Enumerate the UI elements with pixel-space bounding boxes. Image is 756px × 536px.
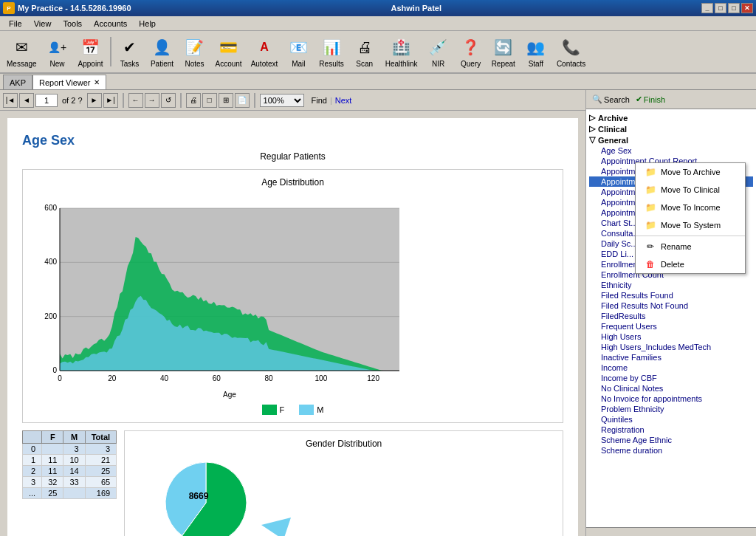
rename-icon: ✏ (645, 241, 656, 252)
tree-root-general[interactable]: ▽ General (589, 134, 753, 145)
legend-female: F (262, 405, 285, 415)
next-button[interactable]: Next (335, 96, 352, 105)
page-total: of 2 ? (62, 96, 83, 105)
staff-icon: 👥 (524, 35, 548, 59)
toolbar-contacts[interactable]: 📞 Contacts (553, 33, 589, 70)
tree-item-no-clinical-notes[interactable]: No Clinical Notes (589, 383, 753, 394)
tree-item-filed-results[interactable]: FiledResults (589, 311, 753, 321)
toolbar-query[interactable]: ❓ Query (456, 33, 487, 70)
toolbar-appoint[interactable]: 📅 Appoint (75, 33, 107, 70)
message-label: Message (7, 60, 37, 68)
tree-item-high-users[interactable]: High Users (589, 331, 753, 342)
tree-item-quintiles[interactable]: Quintiles (589, 414, 753, 425)
nav-forward[interactable]: → (145, 93, 159, 108)
toolbar-patient[interactable]: 👤 Patient (147, 33, 178, 70)
zoom-select[interactable]: 100% 75% 50% 125% (260, 94, 304, 107)
menu-accounts[interactable]: Accounts (88, 18, 133, 30)
horizontal-scrollbar[interactable] (586, 527, 756, 536)
tab-report-viewer[interactable]: Report Viewer ✕ (32, 75, 106, 89)
toolbar-tasks[interactable]: ✔ Tasks (114, 33, 145, 70)
toolbar-nir[interactable]: 💉 NIR (423, 33, 454, 70)
view-toggle[interactable]: □ (202, 93, 217, 108)
tree-item-no-invoice[interactable]: No Invoice for appointments (589, 394, 753, 404)
toolbar-staff[interactable]: 👥 Staff (520, 33, 551, 70)
tab-akp-label: AKP (10, 78, 26, 87)
ctx-move-income[interactable]: 📁 Move To Income (636, 199, 745, 216)
nav-next[interactable]: ► (87, 93, 102, 108)
ctx-move-archive-label: Move To Archive (661, 168, 721, 176)
table-row: 0 3 3 (23, 444, 117, 455)
tree-item-filed-results-found[interactable]: Filed Results Found (589, 290, 753, 300)
appoint-label: Appoint (78, 60, 103, 68)
chart-legend: F M (30, 405, 555, 415)
toolbar-notes[interactable]: 📝 Notes (179, 33, 210, 70)
tree-item-inactive-families[interactable]: Inactive Families (589, 352, 753, 363)
toolbar-new[interactable]: 👤+ New (42, 33, 73, 70)
maximize-button[interactable]: □ (728, 3, 740, 13)
tab-close-icon[interactable]: ✕ (94, 78, 100, 86)
fit-btn[interactable]: ⊞ (219, 93, 233, 108)
ctx-move-clinical[interactable]: 📁 Move To Clinical (636, 181, 745, 199)
m-1: 10 (63, 455, 85, 466)
menu-view[interactable]: View (28, 18, 58, 30)
print-btn[interactable]: 🖨 (186, 93, 201, 108)
toolbar-repeat[interactable]: 🔄 Repeat (488, 33, 519, 70)
clinical-expander: ▷ (589, 124, 598, 134)
toolbar-account[interactable]: 💳 Account (212, 33, 246, 70)
toolbar-message[interactable]: ✉ Message (3, 33, 41, 70)
report-content[interactable]: Age Sex Regular Patients Age Distributio… (0, 111, 585, 536)
restore-button[interactable]: □ (715, 3, 726, 13)
page-input[interactable] (35, 94, 58, 107)
tree-root-archive[interactable]: ▷ Archive (589, 112, 753, 123)
minimize-button[interactable]: _ (701, 3, 713, 13)
tree-item-scheme-age-ethnic[interactable]: Scheme Age Ethnic (589, 435, 753, 445)
tree-item-age-sex[interactable]: Age Sex (589, 145, 753, 156)
ctx-move-system[interactable]: 📁 Move To System (636, 216, 745, 234)
message-icon: ✉ (10, 35, 33, 59)
nav-prev[interactable]: ◄ (19, 93, 34, 108)
legend-female-color (262, 405, 277, 415)
ctx-move-clinical-label: Move To Clinical (661, 185, 720, 194)
search-button[interactable]: 🔍 Search (592, 95, 630, 104)
tree-item-income-cbf[interactable]: Income by CBF (589, 373, 753, 383)
tree-item-problem-ethnicity[interactable]: Problem Ethnicity (589, 404, 753, 414)
nav-last[interactable]: ►| (103, 93, 118, 108)
tree-item-ethnicity[interactable]: Ethnicity (589, 280, 753, 290)
age-chart-container: Age Distribution F M (22, 169, 563, 423)
ctx-rename[interactable]: ✏ Rename (636, 238, 745, 255)
page-btn[interactable]: 📄 (235, 93, 250, 108)
tree-item-filed-results-not-found[interactable]: Filed Results Not Found (589, 300, 753, 311)
refresh-btn[interactable]: ↺ (161, 93, 176, 108)
ctx-move-archive[interactable]: 📁 Move To Archive (636, 163, 745, 181)
menu-help[interactable]: Help (133, 18, 162, 30)
tree-item-high-users-medtech[interactable]: High Users_Includes MedTech (589, 342, 753, 352)
tree-root-clinical[interactable]: ▷ Clinical (589, 123, 753, 134)
ctx-delete[interactable]: 🗑 Delete (636, 255, 745, 273)
toolbar-autotext[interactable]: A Autotext (247, 33, 282, 70)
finish-button[interactable]: ✔ Finish (636, 95, 665, 104)
legend-male-color (299, 405, 314, 415)
age-2: 2 (23, 466, 42, 477)
tree-item-registration[interactable]: Registration (589, 425, 753, 435)
menu-tools[interactable]: Tools (57, 18, 88, 30)
toolbar-mail[interactable]: 📧 Mail (283, 33, 314, 70)
mail-label: Mail (292, 60, 305, 68)
m-2: 14 (63, 466, 85, 477)
nav-back[interactable]: ← (128, 93, 143, 108)
tab-akp[interactable]: AKP (3, 75, 32, 89)
tree-item-frequent-users[interactable]: Frequent Users (589, 321, 753, 331)
general-label: General (598, 136, 628, 145)
menu-file[interactable]: File (3, 18, 28, 30)
toolbar-results[interactable]: 📊 Results (315, 33, 347, 70)
find-sep: | (330, 96, 332, 105)
healthlink-label: Healthlink (385, 60, 418, 68)
report-title: Age Sex (22, 133, 563, 148)
tree-item-scheme-duration[interactable]: Scheme duration (589, 445, 753, 456)
toolbar-scan[interactable]: 🖨 Scan (349, 33, 380, 70)
toolbar-healthlink[interactable]: 🏥 Healthlink (382, 33, 422, 70)
main-area: |◄ ◄ of 2 ? ► ►| ← → ↺ 🖨 □ ⊞ 📄 100% 75% … (0, 90, 756, 536)
close-button[interactable]: ✕ (741, 3, 753, 13)
tree-item-income[interactable]: Income (589, 363, 753, 373)
nav-first[interactable]: |◄ (3, 93, 18, 108)
find-label: Find (312, 96, 327, 105)
